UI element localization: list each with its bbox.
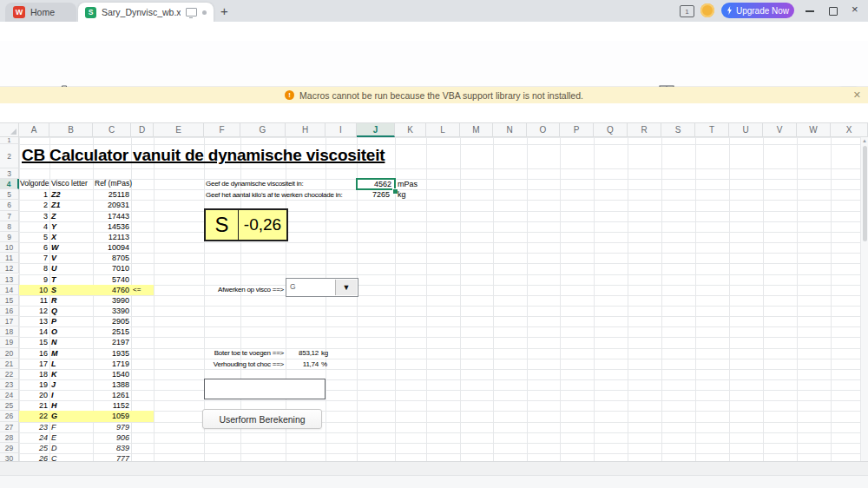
cell-volgorde-17[interactable]: 17 bbox=[19, 359, 48, 369]
cell-letter-Q[interactable]: Q bbox=[51, 306, 57, 316]
cell-volgorde-4[interactable]: 4 bbox=[19, 221, 48, 232]
table-header-visco-letter[interactable]: Visco letter bbox=[51, 179, 88, 188]
cell-letter-T[interactable]: T bbox=[51, 274, 56, 285]
table-header-volgorde[interactable]: Volgorde bbox=[20, 179, 49, 188]
column-header-R[interactable]: R bbox=[628, 123, 661, 137]
table-header-ref[interactable]: Ref (mPas) bbox=[95, 179, 132, 188]
empty-input-box[interactable] bbox=[204, 379, 326, 399]
column-header-F[interactable]: F bbox=[204, 123, 240, 137]
cell-ref-26[interactable]: 777 bbox=[93, 453, 129, 461]
cell-ref-7[interactable]: 8705 bbox=[93, 253, 129, 263]
cell-letter-Z2[interactable]: Z2 bbox=[51, 189, 61, 200]
cell-volgorde-23[interactable]: 23 bbox=[19, 422, 48, 432]
cell-letter-C[interactable]: C bbox=[51, 453, 57, 461]
cell-letter-W[interactable]: W bbox=[51, 242, 59, 253]
row-header-10[interactable]: 10 bbox=[0, 242, 19, 253]
column-header-C[interactable]: C bbox=[93, 123, 131, 137]
cell-letter-Z1[interactable]: Z1 bbox=[51, 200, 61, 210]
column-header-I[interactable]: I bbox=[326, 123, 357, 137]
cell-volgorde-6[interactable]: 6 bbox=[19, 242, 48, 253]
account-avatar[interactable] bbox=[700, 3, 714, 17]
cell-letter-O[interactable]: O bbox=[51, 326, 57, 337]
cell-ref-19[interactable]: 1388 bbox=[93, 379, 129, 390]
cell-letter-G[interactable]: G bbox=[51, 411, 57, 421]
document-tab[interactable]: S Sary_Dynvisc_wb.xlsm bbox=[78, 3, 214, 22]
kilos-value[interactable]: 7265 bbox=[357, 190, 392, 199]
cell-volgorde-21[interactable]: 21 bbox=[19, 400, 48, 411]
row-header-3[interactable]: 3 bbox=[0, 168, 19, 179]
row-header-7[interactable]: 7 bbox=[0, 211, 19, 221]
row-header-19[interactable]: 19 bbox=[0, 337, 19, 347]
cell-letter-P[interactable]: P bbox=[51, 316, 56, 326]
cell-letter-V[interactable]: V bbox=[51, 253, 56, 263]
column-header-N[interactable]: N bbox=[493, 123, 527, 137]
column-header-U[interactable]: U bbox=[729, 123, 763, 137]
row-header-11[interactable]: 11 bbox=[0, 253, 19, 263]
cell-letter-Y[interactable]: Y bbox=[51, 221, 56, 232]
cell-volgorde-5[interactable]: 5 bbox=[19, 232, 48, 242]
new-tab-button[interactable]: + bbox=[220, 3, 228, 18]
row-header-12[interactable]: 12 bbox=[0, 263, 19, 274]
upgrade-now-button[interactable]: Upgrade Now bbox=[721, 3, 794, 18]
cell-ref-5[interactable]: 12113 bbox=[93, 232, 129, 242]
row-header-18[interactable]: 18 bbox=[0, 326, 19, 337]
warning-close-icon[interactable]: ✕ bbox=[853, 89, 861, 101]
vertical-scroll-thumb[interactable] bbox=[863, 146, 867, 241]
cell-ref-13[interactable]: 2905 bbox=[93, 316, 129, 326]
cell-ref-11[interactable]: 3990 bbox=[93, 295, 129, 306]
cell-ref-16[interactable]: 1935 bbox=[93, 348, 129, 359]
cell-volgorde-24[interactable]: 24 bbox=[19, 432, 48, 443]
cell-letter-N[interactable]: N bbox=[51, 337, 57, 347]
column-header-H[interactable]: H bbox=[286, 123, 326, 137]
cell-letter-U[interactable]: U bbox=[51, 263, 57, 274]
selected-cell-J4[interactable]: 4562 bbox=[356, 178, 396, 190]
row-header-26[interactable]: 26 bbox=[0, 411, 19, 421]
column-header-Q[interactable]: Q bbox=[594, 123, 628, 137]
combobox-dropdown-button[interactable]: ▼ bbox=[335, 280, 357, 295]
cell-ref-22[interactable]: 1059 bbox=[93, 411, 129, 421]
row-header-1[interactable]: 1 bbox=[0, 137, 19, 144]
row-header-14[interactable]: 14 bbox=[0, 285, 19, 295]
column-header-G[interactable]: G bbox=[240, 123, 286, 137]
viscosity-unit[interactable]: mPas bbox=[398, 180, 418, 188]
cell-letter-Z[interactable]: Z bbox=[51, 211, 56, 221]
row-header-20[interactable]: 20 bbox=[0, 348, 19, 359]
cell-volgorde-14[interactable]: 14 bbox=[19, 326, 48, 337]
minimize-button[interactable] bbox=[806, 10, 814, 12]
column-header-K[interactable]: K bbox=[395, 123, 426, 137]
cell-volgorde-13[interactable]: 13 bbox=[19, 316, 48, 326]
cell-ref-4[interactable]: 14536 bbox=[93, 221, 129, 232]
cell-volgorde-10[interactable]: 10 bbox=[19, 285, 48, 295]
cell-volgorde-1[interactable]: 1 bbox=[19, 189, 48, 200]
cell-ref-15[interactable]: 2197 bbox=[93, 337, 129, 347]
cell-letter-X[interactable]: X bbox=[51, 232, 56, 242]
column-header-O[interactable]: O bbox=[527, 123, 560, 137]
cell-ref-10[interactable]: 4760 bbox=[93, 285, 129, 295]
cell-ref-20[interactable]: 1261 bbox=[93, 390, 129, 400]
cell-ref-2[interactable]: 20931 bbox=[93, 200, 129, 210]
row-header-22[interactable]: 22 bbox=[0, 369, 19, 379]
visco-combobox[interactable]: G ▼ bbox=[286, 278, 358, 297]
cell-volgorde-7[interactable]: 7 bbox=[19, 253, 48, 263]
userform-button[interactable]: Userform Berekening bbox=[202, 409, 322, 429]
row-header-28[interactable]: 28 bbox=[0, 432, 19, 443]
row-header-5[interactable]: 5 bbox=[0, 189, 19, 200]
cell-volgorde-2[interactable]: 2 bbox=[19, 200, 48, 210]
cell-volgorde-15[interactable]: 15 bbox=[19, 337, 48, 347]
cell-ref-6[interactable]: 10094 bbox=[93, 242, 129, 253]
cell-ref-1[interactable]: 25118 bbox=[93, 189, 129, 200]
column-header-L[interactable]: L bbox=[426, 123, 460, 137]
row-header-17[interactable]: 17 bbox=[0, 316, 19, 326]
cell-letter-J[interactable]: J bbox=[51, 379, 56, 390]
column-header-E[interactable]: E bbox=[154, 123, 204, 137]
app-home-tab[interactable]: W Home bbox=[5, 3, 76, 22]
cell-letter-F[interactable]: F bbox=[51, 422, 56, 432]
cell-volgorde-20[interactable]: 20 bbox=[19, 390, 48, 400]
cell-volgorde-26[interactable]: 26 bbox=[19, 453, 48, 461]
scroll-up-icon[interactable]: ▲ bbox=[862, 138, 867, 143]
row-header-13[interactable]: 13 bbox=[0, 274, 19, 285]
row-header-15[interactable]: 15 bbox=[0, 295, 19, 306]
row-header-4[interactable]: 4 bbox=[0, 179, 19, 189]
cell-ref-14[interactable]: 2515 bbox=[93, 326, 129, 337]
cell-volgorde-16[interactable]: 16 bbox=[19, 348, 48, 359]
